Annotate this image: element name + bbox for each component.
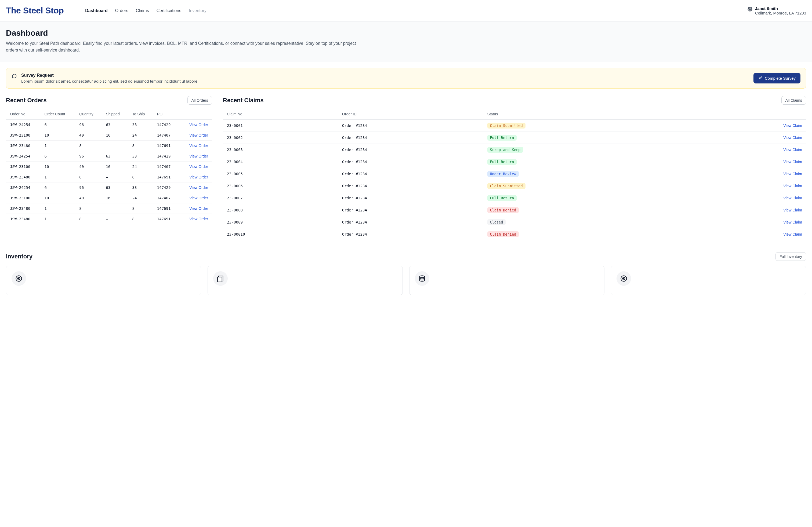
survey-icon (12, 74, 17, 80)
order-cell-po: 147691 (153, 214, 179, 224)
order-cell-no: JSW-23100 (6, 193, 41, 203)
order-cell-shipped: 63 (102, 151, 128, 161)
inventory-card[interactable] (6, 266, 201, 295)
gear-icon (748, 7, 752, 12)
order-cell-shipped: – (102, 214, 128, 224)
claim-cell-order: Order #1234 (338, 180, 483, 192)
order-cell-count: 1 (41, 172, 75, 182)
user-menu[interactable]: Janet Smith Cellmark, Monroe, LA 71203 (748, 6, 806, 15)
recent-claims-heading: Recent Claims (223, 97, 264, 104)
claim-cell-order: Order #1234 (338, 156, 483, 168)
claim-cell-order: Order #1234 (338, 144, 483, 156)
order-cell-shipped: 16 (102, 130, 128, 140)
table-row: 23-0001Order #1234Claim SubmittedView Cl… (223, 119, 806, 132)
order-cell-toship: 33 (129, 151, 153, 161)
status-badge: Closed (487, 219, 506, 225)
order-cell-count: 6 (41, 151, 75, 161)
claim-cell-order: Order #1234 (338, 192, 483, 204)
claim-cell-no: 23-0004 (223, 156, 338, 168)
orders-col-header: Quantity (75, 108, 102, 119)
view-order-link[interactable]: View Order (189, 185, 208, 190)
nav-certifications[interactable]: Certifications (157, 8, 181, 13)
view-order-link[interactable]: View Order (189, 123, 208, 127)
order-cell-qty: 96 (75, 151, 102, 161)
full-inventory-button[interactable]: Full Inventory (775, 252, 806, 261)
view-order-link[interactable]: View Order (189, 133, 208, 137)
order-cell-shipped: 16 (102, 161, 128, 172)
view-claim-link[interactable]: View Claim (783, 172, 802, 176)
claim-cell-order: Order #1234 (338, 119, 483, 132)
order-cell-no: JSW-24254 (6, 182, 41, 193)
view-claim-link[interactable]: View Claim (783, 148, 802, 152)
table-row: JSW-2348018–8147691View Order (6, 140, 212, 151)
svg-rect-5 (218, 277, 222, 282)
svg-point-7 (420, 275, 425, 277)
table-row: JSW-2348018–8147691View Order (6, 214, 212, 224)
order-cell-count: 1 (41, 214, 75, 224)
inventory-panel: Inventory Full Inventory (6, 252, 806, 295)
order-cell-toship: 33 (129, 119, 153, 130)
view-claim-link[interactable]: View Claim (783, 136, 802, 140)
view-order-link[interactable]: View Order (189, 206, 208, 211)
claim-cell-status: Full Return (483, 132, 688, 144)
view-order-link[interactable]: View Order (189, 154, 208, 158)
view-order-link[interactable]: View Order (189, 196, 208, 200)
claim-cell-status: Under Review (483, 168, 688, 180)
view-claim-link[interactable]: View Claim (783, 208, 802, 212)
order-cell-count: 10 (41, 193, 75, 203)
claim-cell-order: Order #1234 (338, 132, 483, 144)
view-order-link[interactable]: View Order (189, 144, 208, 148)
inventory-card[interactable] (207, 266, 403, 295)
order-cell-count: 6 (41, 182, 75, 193)
view-order-link[interactable]: View Order (189, 165, 208, 169)
claims-col-header (688, 108, 806, 119)
table-row: JSW-2310010401624147407View Order (6, 130, 212, 140)
nav-orders[interactable]: Orders (115, 8, 128, 13)
order-cell-po: 147691 (153, 140, 179, 151)
order-cell-no: JSW-24254 (6, 151, 41, 161)
view-order-link[interactable]: View Order (189, 175, 208, 179)
order-cell-qty: 40 (75, 130, 102, 140)
claim-cell-no: 23-0009 (223, 216, 338, 228)
view-order-link[interactable]: View Order (189, 217, 208, 221)
complete-survey-button[interactable]: Complete Survey (753, 73, 800, 84)
order-cell-no: JSW-23480 (6, 203, 41, 214)
view-claim-link[interactable]: View Claim (783, 160, 802, 164)
recent-orders-panel: Recent Orders All Orders Order No.Order … (6, 96, 212, 224)
svg-point-0 (750, 8, 751, 10)
brand-logo[interactable]: The Steel Stop (6, 6, 64, 16)
table-row: 23-00010Order #1234Claim DeniedView Clai… (223, 228, 806, 240)
order-cell-no: JSW-23480 (6, 140, 41, 151)
inventory-card[interactable] (409, 266, 605, 295)
all-orders-button[interactable]: All Orders (187, 96, 212, 105)
all-claims-button[interactable]: All Claims (781, 96, 806, 105)
order-cell-toship: 8 (129, 140, 153, 151)
view-claim-link[interactable]: View Claim (783, 184, 802, 188)
inventory-card[interactable] (611, 266, 806, 295)
table-row: JSW-2310010401624147407View Order (6, 161, 212, 172)
claim-cell-order: Order #1234 (338, 228, 483, 240)
order-cell-qty: 96 (75, 119, 102, 130)
status-badge: Full Return (487, 135, 517, 140)
table-row: JSW-2310010401624147407View Order (6, 193, 212, 203)
survey-banner: Survey Request Lorem ipsum dolor sit ame… (6, 68, 806, 89)
view-claim-link[interactable]: View Claim (783, 232, 802, 236)
order-cell-shipped: 16 (102, 193, 128, 203)
table-row: 23-0002Order #1234Full ReturnView Claim (223, 132, 806, 144)
claim-cell-status: Closed (483, 216, 688, 228)
order-cell-toship: 24 (129, 193, 153, 203)
status-badge: Claim Denied (487, 231, 519, 237)
order-cell-po: 147407 (153, 161, 179, 172)
view-claim-link[interactable]: View Claim (783, 220, 802, 224)
nav-dashboard[interactable]: Dashboard (85, 8, 108, 13)
view-claim-link[interactable]: View Claim (783, 123, 802, 128)
order-cell-qty: 8 (75, 172, 102, 182)
nav-inventory[interactable]: Inventory (189, 8, 206, 13)
order-cell-count: 6 (41, 119, 75, 130)
table-row: JSW-2348018–8147691View Order (6, 203, 212, 214)
view-claim-link[interactable]: View Claim (783, 196, 802, 200)
claim-cell-no: 23-0001 (223, 119, 338, 132)
nav-claims[interactable]: Claims (136, 8, 149, 13)
recent-orders-heading: Recent Orders (6, 97, 47, 104)
svg-point-3 (18, 278, 19, 279)
